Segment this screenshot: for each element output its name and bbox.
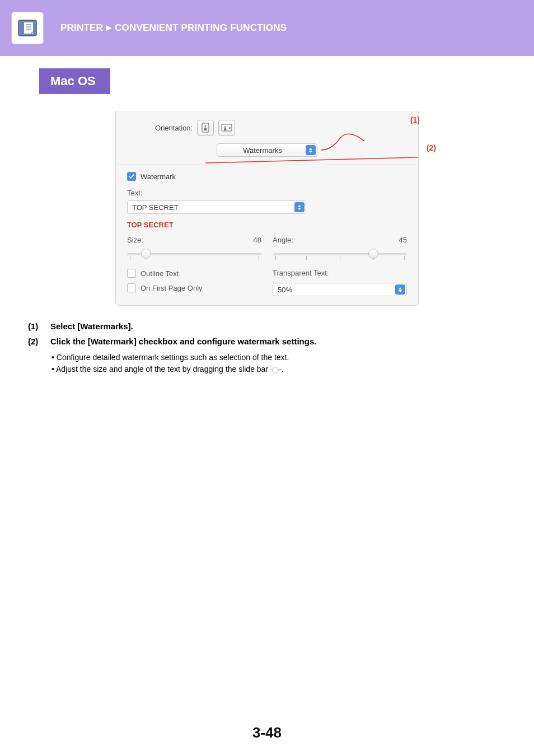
size-value: 48 xyxy=(254,236,261,244)
size-slider[interactable] xyxy=(127,248,261,263)
chevron-up-down-icon xyxy=(294,202,305,212)
step-2-bullet-1: • Configure detailed watermark settings … xyxy=(51,352,534,363)
watermark-checkbox-row: Watermark xyxy=(127,172,407,181)
orientation-label: Orientation: xyxy=(155,124,193,132)
angle-slider[interactable] xyxy=(273,248,407,263)
orientation-portrait-button[interactable] xyxy=(197,120,214,136)
instruction-steps: (1) Select [Watermarks]. (2) Click the [… xyxy=(28,321,506,346)
callout-one: (1) xyxy=(410,115,420,124)
print-dialog-panel: (1) (2) Orientation: xyxy=(115,111,419,306)
svg-line-10 xyxy=(205,157,418,163)
size-slider-col: Size: 48 xyxy=(127,236,261,263)
angle-label: Angle: xyxy=(273,236,293,244)
step-2-bullets: • Configure detailed watermark settings … xyxy=(51,352,534,375)
transparent-text-value: 50% xyxy=(278,286,292,294)
callout-one-line xyxy=(321,133,366,157)
print-panel-select-value: Watermarks xyxy=(243,146,282,155)
header-band: PRINTER►CONVENIENT PRINTING FUNCTIONS xyxy=(0,0,534,56)
svg-point-9 xyxy=(224,127,226,128)
callout-two: (2) xyxy=(427,143,436,152)
portrait-icon xyxy=(201,123,210,133)
outline-text-label: Outline Text xyxy=(140,269,179,278)
step-2-number: (2) xyxy=(28,337,44,346)
step-2-bullet-2b: . xyxy=(282,365,284,374)
check-icon xyxy=(129,174,134,179)
outline-text-checkbox[interactable] xyxy=(127,269,136,278)
step-2-bullet-2: • Adjust the size and angle of the text … xyxy=(51,363,534,375)
watermark-text-combo[interactable]: TOP SECRET xyxy=(127,200,306,214)
step-1-number: (1) xyxy=(28,321,44,331)
slider-thumb-icon xyxy=(368,249,378,259)
first-page-only-label: On First Page Only xyxy=(140,284,203,292)
angle-value: 45 xyxy=(399,236,407,244)
breadcrumb: PRINTER►CONVENIENT PRINTING FUNCTIONS xyxy=(60,22,287,34)
svg-point-7 xyxy=(205,125,207,127)
page-number: 3-48 xyxy=(0,724,534,741)
sub-options-row: Outline Text On First Page Only Transpar… xyxy=(127,269,407,296)
transparent-text-combo[interactable]: 50% xyxy=(273,283,407,296)
chevron-right-icon: ► xyxy=(104,22,114,34)
breadcrumb-subsection: CONVENIENT PRINTING FUNCTIONS xyxy=(115,22,287,33)
chevron-up-down-icon xyxy=(395,284,405,295)
chevron-up-down-icon xyxy=(306,145,316,155)
printer-section-icon xyxy=(11,12,44,44)
breadcrumb-section: PRINTER xyxy=(60,22,103,33)
svg-rect-2 xyxy=(24,22,33,34)
watermark-text-value: TOP SECRET xyxy=(132,203,179,212)
print-panel-select[interactable]: Watermarks xyxy=(217,143,317,157)
watermark-preview-text: TOP SECRET xyxy=(127,221,407,229)
slider-thumb-icon xyxy=(141,249,151,259)
os-badge: Mac OS xyxy=(39,68,110,94)
angle-slider-col: Angle: 45 xyxy=(273,236,407,263)
watermark-checkbox[interactable] xyxy=(127,172,136,181)
size-label: Size: xyxy=(127,236,143,244)
text-field-label: Text: xyxy=(127,189,407,197)
slider-row: Size: 48 Angle: 45 xyxy=(127,236,407,263)
step-2-bullet-2a: • Adjust the size and angle of the text … xyxy=(51,365,270,374)
step-1: (1) Select [Watermarks]. xyxy=(28,321,506,331)
step-2: (2) Click the [Watermark] checkbox and c… xyxy=(28,337,506,346)
printer-document-icon xyxy=(16,17,39,39)
landscape-icon xyxy=(221,123,232,132)
step-2-title: Click the [Watermark] checkbox and confi… xyxy=(50,337,316,346)
dialog-wrap: (1) (2) Orientation: xyxy=(0,111,534,306)
callout-two-line xyxy=(205,157,418,169)
step-1-title: Select [Watermarks]. xyxy=(50,321,133,331)
first-page-only-checkbox[interactable] xyxy=(127,283,136,292)
slider-icon xyxy=(270,366,282,374)
orientation-landscape-button[interactable] xyxy=(218,120,235,136)
transparent-text-label: Transparent Text: xyxy=(273,269,407,277)
watermark-checkbox-label: Watermark xyxy=(140,172,176,181)
